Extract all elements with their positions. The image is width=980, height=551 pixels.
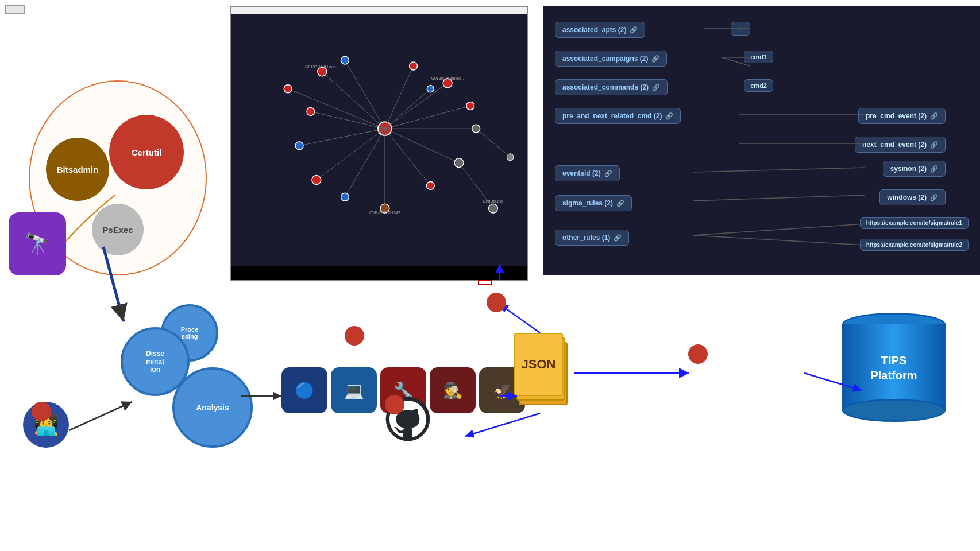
svg-line-45: [693, 195, 865, 201]
svg-line-19: [385, 129, 430, 185]
tool-icon-lolbas: 🔵: [281, 367, 327, 413]
svg-line-34: [476, 129, 511, 157]
step4-badge: [487, 293, 506, 312]
jc-node-associated-apts: associated_apts (2) 🔗: [555, 22, 645, 38]
jc-node-cmd1: cmd1: [744, 51, 773, 63]
stix-visualizer-panel: G0130: Volt Loun... G0130: Muddled... CV…: [230, 6, 528, 281]
jc-node-cmd2: cmd2: [744, 79, 773, 92]
svg-line-9: [311, 111, 385, 129]
visualizer-label: [478, 280, 492, 285]
tool-icon-attack: 💻: [331, 367, 377, 413]
analysis-gear: Analysis: [172, 367, 253, 448]
svg-line-11: [299, 129, 385, 146]
jc-node-eventsid: eventsid (2) 🔗: [555, 165, 620, 181]
svg-point-26: [466, 102, 474, 110]
svg-line-29: [288, 89, 385, 129]
svg-point-12: [295, 142, 303, 150]
tips-label: TIPSPlatform: [842, 353, 946, 383]
jc-node-minus: -: [731, 22, 750, 36]
svg-point-6: [410, 62, 418, 70]
svg-line-13: [317, 129, 385, 180]
jc-node-associated-campaigns: associated_campaigns (2) 🔗: [555, 51, 667, 67]
svg-line-7: [385, 83, 447, 129]
workflow-title-box: [5, 5, 25, 14]
svg-point-28: [427, 86, 434, 92]
svg-line-3: [345, 60, 384, 129]
svg-point-4: [341, 56, 349, 64]
jc-node-sigma-rules: sigma_rules (2) 🔗: [555, 195, 632, 211]
svg-line-15: [345, 129, 384, 197]
stix-graph: G0130: Volt Loun... G0130: Muddled... CV…: [231, 14, 527, 266]
svg-point-16: [341, 193, 349, 201]
step3-badge: [385, 395, 404, 414]
bitsadmin-circle: Bitsadmin: [46, 138, 109, 201]
step1-badge: [32, 402, 51, 421]
tool-icon-threat: 🕵️: [430, 367, 476, 413]
json-crack-panel: associated_apts (2) 🔗 - associated_campa…: [543, 6, 980, 276]
step5-badge: [688, 344, 708, 364]
stix-header: [231, 7, 527, 14]
svg-line-5: [385, 66, 414, 129]
tips-platform: TIPSPlatform: [842, 313, 957, 428]
svg-text:CVE-2022-21342: CVE-2022-21342: [369, 211, 400, 215]
tips-cylinder: TIPSPlatform: [842, 313, 946, 422]
svg-text:G0130: Muddled...: G0130: Muddled...: [431, 76, 464, 80]
psexec-circle: PsExec: [92, 204, 144, 255]
svg-point-20: [426, 181, 434, 189]
jc-node-next-cmd-event: next_cmd_event (2) 🔗: [855, 137, 946, 153]
jc-node-sigma-rule2: https://example.com/to/sigma/rule2: [860, 239, 969, 251]
svg-point-14: [312, 176, 321, 185]
svg-line-44: [693, 168, 865, 172]
certutil-circle: Certutil: [109, 115, 184, 189]
svg-line-47: [693, 235, 865, 245]
jc-node-other-rules: other_rules (1) 🔗: [555, 230, 629, 246]
svg-line-1: [322, 72, 385, 129]
svg-point-10: [307, 107, 315, 115]
jc-node-pre-cmd-event: pre_cmd_event (2) 🔗: [858, 108, 946, 124]
svg-line-21: [385, 129, 459, 163]
sighting-icon: 🔭: [9, 212, 66, 276]
jc-node-associated-commands: associated_commands (2) 🔗: [555, 79, 668, 95]
json-stack: JSON: [514, 333, 572, 408]
jc-node-pre-next-cmd: pre_and_next_related_cmd (2) 🔗: [555, 108, 681, 124]
stix-graph-svg: G0130: Volt Loun... G0130: Muddled... CV…: [231, 14, 527, 266]
jc-node-windows: windows (2) 🔗: [879, 189, 946, 205]
jc-node-sigma-rule1: https://example.com/to/sigma/rule1: [860, 217, 969, 229]
svg-point-30: [284, 85, 292, 93]
svg-line-46: [693, 224, 865, 235]
jc-node-sysmon: sysmon (2) 🔗: [883, 161, 946, 177]
step2-badge: [345, 326, 364, 346]
svg-text:CertUtil.exe: CertUtil.exe: [483, 199, 503, 203]
svg-point-24: [472, 125, 480, 133]
svg-text:G0130: Volt Loun...: G0130: Volt Loun...: [305, 65, 339, 69]
